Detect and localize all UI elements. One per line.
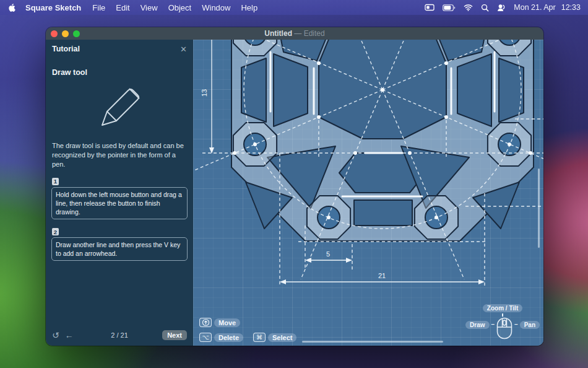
drawing-canvas[interactable]: 13 5 21 Move — [193, 40, 543, 346]
dimension-21-label: 21 — [378, 272, 386, 279]
option-key-icon: ⌥ — [199, 333, 212, 342]
menu-file[interactable]: File — [92, 3, 105, 12]
step-2-number: 2 — [52, 228, 59, 235]
legend-dash-right: – — [514, 321, 518, 328]
mouse-icon — [496, 317, 512, 340]
move-hint: Move — [199, 318, 240, 327]
user-switch-icon[interactable] — [497, 4, 506, 12]
menu-window[interactable]: Window — [202, 3, 230, 12]
dimension-13-label: 13 — [201, 89, 208, 97]
draw-label: Draw — [465, 321, 489, 329]
scroll-wheel-icon — [199, 318, 212, 327]
dimension-5-label: 5 — [326, 250, 330, 258]
delete-hint-label: Delete — [214, 333, 243, 342]
title-separator: — — [294, 29, 301, 38]
vertical-scrollbar[interactable] — [538, 169, 540, 248]
window-titlebar[interactable]: Untitled — Edited — [46, 27, 543, 40]
window-title: Untitled — Edited — [46, 29, 543, 38]
edited-badge: Edited — [304, 29, 325, 38]
menu-status-area: Mon 21. Apr 12:33 — [425, 3, 581, 12]
desktop: Square Sketch File Edit View Object Wind… — [0, 0, 588, 368]
step-1-number: 1 — [52, 178, 59, 185]
next-button[interactable]: Next — [162, 330, 187, 340]
menu-time: 12:33 — [561, 3, 581, 12]
menu-help[interactable]: Help — [241, 3, 257, 12]
menu-date: Mon 21. Apr — [514, 3, 555, 12]
battery-icon[interactable] — [443, 4, 456, 11]
command-key-icon: ⌘ — [253, 333, 266, 342]
search-icon[interactable] — [481, 4, 489, 12]
delete-select-hints: ⌥ Delete ⌘ Select — [199, 333, 296, 342]
tutorial-body-text: The draw tool is used by default and can… — [52, 141, 187, 169]
app-window: Untitled — Edited Tutorial ✕ Draw tool — [46, 27, 543, 346]
menu-bar: Square Sketch File Edit View Object Wind… — [0, 0, 588, 15]
move-hint-label: Move — [214, 318, 240, 327]
horizontal-scrollbar[interactable] — [302, 341, 443, 343]
zoom-tilt-label: Zoom / Tilt — [483, 304, 522, 312]
blueprint-drawing[interactable]: 13 5 21 — [193, 40, 543, 346]
step-1-box: Hold down the left mouse button and drag… — [51, 187, 188, 220]
wifi-icon[interactable] — [464, 4, 473, 11]
tutorial-title: Tutorial — [52, 45, 80, 53]
menu-clock[interactable]: Mon 21. Apr 12:33 — [514, 3, 581, 12]
close-tutorial-icon[interactable]: ✕ — [180, 45, 187, 53]
tutorial-panel: Tutorial ✕ Draw tool The draw tool is us… — [46, 40, 193, 346]
document-title: Untitled — [264, 29, 292, 38]
menu-edit[interactable]: Edit — [116, 3, 129, 12]
menu-object[interactable]: Object — [168, 3, 192, 12]
apple-menu-icon[interactable] — [7, 3, 15, 12]
legend-connector — [502, 313, 503, 317]
menu-view[interactable]: View — [141, 3, 158, 12]
step-2-box: Draw another line and then press the V k… — [51, 237, 188, 261]
keyboard-icon[interactable] — [425, 4, 435, 11]
pan-label: Pan — [520, 321, 540, 329]
select-hint-label: Select — [268, 333, 296, 342]
legend-dash-left: – — [491, 321, 495, 328]
active-app-name[interactable]: Square Sketch — [25, 3, 81, 12]
tutorial-heading: Draw tool — [52, 68, 187, 77]
mouse-legend: Zoom / Tilt Draw – — [465, 304, 540, 340]
pencil-illustration-icon — [89, 82, 150, 133]
